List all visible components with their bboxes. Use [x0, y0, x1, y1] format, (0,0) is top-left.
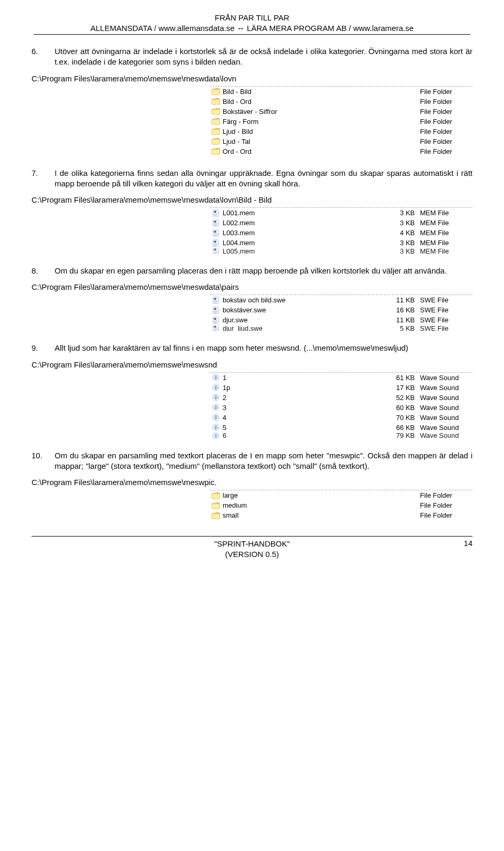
list-item[interactable]: Färg - Form File Folder [210, 117, 472, 127]
file-size: 4 KB [383, 229, 420, 237]
folder-icon [212, 148, 220, 155]
document-file-icon [212, 297, 220, 304]
file-name: small [222, 511, 383, 519]
file-name: L005.mem [222, 248, 383, 254]
footer-version: (VERSION 0.5) [52, 549, 452, 560]
file-type: MEM File [420, 248, 472, 254]
header-title: FRÅN PAR TILL PAR [32, 13, 472, 23]
file-name: djur_ljud.swe [222, 325, 383, 331]
section-number: 7. [32, 168, 55, 178]
list-item[interactable]: Bokstäver - Siffror File Folder [210, 107, 472, 117]
section-text: Om du skapar en egen parsamling placeras… [55, 266, 472, 276]
section-number: 10. [32, 450, 55, 461]
document-file-icon [212, 317, 220, 324]
file-type: File Folder [420, 148, 472, 155]
list-item[interactable]: Bild - Bild File Folder [210, 87, 472, 97]
sound-file-icon [212, 394, 220, 401]
list-item[interactable]: djur.swe 11 KB SWE File [210, 315, 472, 325]
list-item[interactable]: L002.mem 3 KB MEM File [210, 218, 472, 228]
numbered-section: 10. Om du skapar en parsamling med textk… [32, 450, 472, 521]
file-type: SWE File [420, 316, 472, 324]
sound-file-icon [212, 433, 220, 439]
file-size: 52 KB [383, 394, 420, 402]
list-item[interactable]: bokstav och bild.swe 11 KB SWE File [210, 295, 472, 305]
file-name: 4 [222, 414, 383, 422]
file-size: 3 KB [383, 209, 420, 217]
section-text: Om du skapar en parsamling med textkort … [55, 450, 472, 472]
list-item[interactable]: 4 70 KB Wave Sound [210, 413, 472, 423]
folder-icon [212, 98, 220, 105]
file-type: File Folder [420, 501, 472, 509]
file-size: 79 KB [383, 433, 420, 439]
document-file-icon [212, 248, 220, 254]
list-item[interactable]: djur_ljud.swe 5 KB SWE File [210, 325, 472, 331]
file-type: File Folder [420, 491, 472, 499]
header-subtitle: ALLEMANSDATA / www.allemansdata.se ↔ LÄR… [34, 23, 470, 35]
file-name: Bokstäver - Siffror [222, 108, 383, 115]
file-name: Bild - Bild [222, 88, 383, 96]
file-listing: L001.mem 3 KB MEM File L002.mem 3 KB MEM… [210, 207, 472, 254]
folder-icon [212, 138, 220, 145]
file-size: 11 KB [383, 316, 420, 324]
list-item[interactable]: bokstäver.swe 16 KB SWE File [210, 305, 472, 315]
list-item[interactable]: L004.mem 3 KB MEM File [210, 238, 472, 248]
file-name: 2 [222, 394, 383, 402]
document-file-icon [212, 229, 220, 237]
list-item[interactable]: Bild - Ord File Folder [210, 97, 472, 107]
list-item[interactable]: L005.mem 3 KB MEM File [210, 248, 472, 254]
folder-icon [212, 512, 220, 519]
file-path: C:\Program Files\laramera\memo\memswe\me… [32, 195, 472, 204]
file-type: Wave Sound [420, 374, 472, 382]
list-item[interactable]: L003.mem 4 KB MEM File [210, 228, 472, 238]
file-size: 61 KB [383, 374, 420, 382]
list-item[interactable]: L001.mem 3 KB MEM File [210, 208, 472, 218]
file-listing: 1 61 KB Wave Sound 1p 17 KB Wave Sound 2… [210, 372, 472, 439]
file-size: 70 KB [383, 414, 420, 422]
list-item[interactable]: Ord - Ord File Folder [210, 146, 472, 156]
list-item[interactable]: large File Folder [210, 490, 472, 500]
page-footer: "SPRINT-HANDBOK" (VERSION 0.5) 14 [32, 536, 472, 559]
sound-file-icon [212, 374, 220, 381]
file-type: File Folder [420, 511, 472, 519]
file-name: 1p [222, 384, 383, 392]
list-item[interactable]: 3 60 KB Wave Sound [210, 403, 472, 413]
folder-icon [212, 128, 220, 135]
file-name: Ljud - Bild [222, 128, 383, 135]
file-name: bokstäver.swe [222, 306, 383, 314]
list-item[interactable]: 1 61 KB Wave Sound [210, 373, 472, 383]
numbered-section: 6. Utöver att övningarna är indelade i k… [32, 46, 472, 156]
section-text: Utöver att övningarna är indelade i kort… [55, 46, 472, 68]
sound-file-icon [212, 404, 220, 411]
file-type: File Folder [420, 118, 472, 125]
file-size: 3 KB [383, 248, 420, 254]
section-text: Allt ljud som har karaktären av tal finn… [55, 343, 472, 353]
list-item[interactable]: 6 79 KB Wave Sound [210, 433, 472, 439]
file-size: 3 KB [383, 219, 420, 227]
file-type: File Folder [420, 138, 472, 145]
section-number: 9. [32, 343, 55, 353]
numbered-section: 7. I de olika kategorierna finns sedan a… [32, 168, 472, 255]
file-type: File Folder [420, 128, 472, 135]
sound-file-icon [212, 384, 220, 391]
file-type: File Folder [420, 98, 472, 106]
file-path: C:\Program Files\laramera\memo\memswe\me… [32, 360, 472, 369]
file-name: Ljud - Tal [222, 138, 383, 145]
list-item[interactable]: small File Folder [210, 510, 472, 520]
file-type: MEM File [420, 209, 472, 217]
file-name: large [222, 491, 383, 499]
file-name: L004.mem [222, 239, 383, 247]
file-name: Bild - Ord [222, 98, 383, 106]
list-item[interactable]: 5 66 KB Wave Sound [210, 423, 472, 433]
file-name: 5 [222, 424, 383, 432]
document-file-icon [212, 325, 220, 331]
file-name: bokstav och bild.swe [222, 296, 383, 304]
list-item[interactable]: 2 52 KB Wave Sound [210, 393, 472, 403]
list-item[interactable]: medium File Folder [210, 500, 472, 510]
list-item[interactable]: 1p 17 KB Wave Sound [210, 383, 472, 393]
file-path: C:\Program Files\laramera\memo\memswe\me… [32, 74, 472, 83]
file-size: 16 KB [383, 306, 420, 314]
list-item[interactable]: Ljud - Bild File Folder [210, 127, 472, 136]
file-type: Wave Sound [420, 433, 472, 439]
list-item[interactable]: Ljud - Tal File Folder [210, 136, 472, 146]
section-number: 8. [32, 266, 55, 276]
